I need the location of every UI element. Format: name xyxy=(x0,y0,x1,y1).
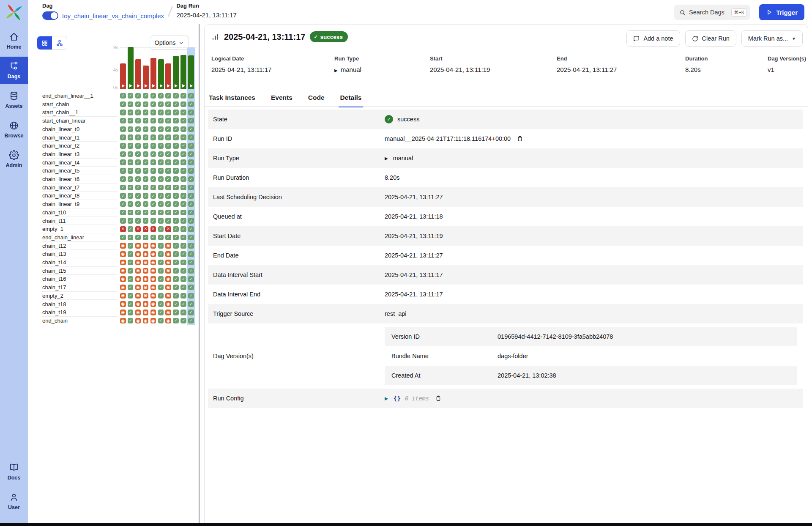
task-status-cell-success[interactable]: ✓ xyxy=(180,143,186,149)
task-status-cell-success[interactable]: ✓ xyxy=(158,159,164,165)
task-status-cell-success[interactable]: ✓ xyxy=(143,118,149,124)
task-status-cell-success[interactable]: ✓ xyxy=(128,210,134,216)
task-status-cell-success[interactable]: ✓ xyxy=(150,134,156,140)
task-status-cell-success[interactable]: ✓ xyxy=(188,118,194,124)
task-status-cell-success[interactable]: ✓ xyxy=(188,168,194,174)
task-status-cell-success[interactable]: ✓ xyxy=(173,126,179,132)
task-status-cell-success[interactable]: ✓ xyxy=(158,118,164,124)
task-status-cell-success[interactable]: ✓ xyxy=(180,193,186,199)
task-status-cell-success[interactable]: ✓ xyxy=(158,201,164,207)
task-status-cell-success[interactable]: ✓ xyxy=(158,301,164,307)
task-name[interactable]: chain_t10 xyxy=(42,209,66,216)
task-status-cell-success[interactable]: ✓ xyxy=(188,201,194,207)
sidebar-item-user[interactable]: User xyxy=(0,488,28,515)
task-status-cell-success[interactable]: ✓ xyxy=(173,101,179,107)
task-status-cell-success[interactable]: ✓ xyxy=(128,151,134,157)
task-status-cell-success[interactable]: ✓ xyxy=(143,176,149,182)
task-status-cell-success[interactable]: ✓ xyxy=(135,210,141,216)
task-status-cell-success[interactable]: ✓ xyxy=(180,159,186,165)
task-status-cell-success[interactable]: ✓ xyxy=(180,235,186,241)
task-status-cell-upstream_failed[interactable]: ◉ xyxy=(143,293,149,299)
task-status-cell-success[interactable]: ✓ xyxy=(158,285,164,290)
task-status-cell-success[interactable]: ✓ xyxy=(173,176,179,182)
task-status-cell-success[interactable]: ✓ xyxy=(173,285,179,290)
task-name[interactable]: chain_t11 xyxy=(42,218,66,224)
task-status-cell-success[interactable]: ✓ xyxy=(188,301,194,307)
task-status-cell-success[interactable]: ✓ xyxy=(173,151,179,157)
task-status-cell-success[interactable]: ✓ xyxy=(165,193,171,199)
task-status-cell-success[interactable]: ✓ xyxy=(158,310,164,315)
task-status-cell-success[interactable]: ✓ xyxy=(128,318,134,324)
task-status-cell-success[interactable]: ✓ xyxy=(173,251,179,257)
task-status-cell-upstream_failed[interactable]: ◉ xyxy=(165,276,171,282)
task-status-cell-success[interactable]: ✓ xyxy=(158,110,164,115)
task-status-cell-upstream_failed[interactable]: ◉ xyxy=(135,243,141,249)
task-status-cell-success[interactable]: ✓ xyxy=(158,185,164,191)
task-status-cell-success[interactable]: ✓ xyxy=(135,201,141,207)
task-status-cell-success[interactable]: ✓ xyxy=(120,118,126,124)
task-status-cell-upstream_failed[interactable]: ◉ xyxy=(135,293,141,299)
task-status-cell-success[interactable]: ✓ xyxy=(120,134,126,140)
task-status-cell-success[interactable]: ✓ xyxy=(188,101,194,107)
task-status-cell-success[interactable]: ✓ xyxy=(188,318,194,324)
task-status-cell-success[interactable]: ✓ xyxy=(180,176,186,182)
task-status-cell-success[interactable]: ✓ xyxy=(120,193,126,199)
task-status-cell-upstream_failed[interactable]: ◉ xyxy=(120,243,126,249)
task-status-cell-success[interactable]: ✓ xyxy=(158,226,164,232)
task-status-cell-success[interactable]: ✓ xyxy=(180,226,186,232)
task-status-cell-upstream_failed[interactable]: ◉ xyxy=(135,301,141,307)
task-status-cell-success[interactable]: ✓ xyxy=(135,168,141,174)
task-status-cell-success[interactable]: ✓ xyxy=(188,268,194,274)
task-status-cell-success[interactable]: ✓ xyxy=(128,276,134,282)
task-status-cell-success[interactable]: ✓ xyxy=(158,251,164,257)
task-name[interactable]: chain_t14 xyxy=(42,259,66,266)
task-status-cell-upstream_failed[interactable]: ◉ xyxy=(135,310,141,315)
task-status-cell-success[interactable]: ✓ xyxy=(173,276,179,282)
tab-details[interactable]: Details xyxy=(339,91,363,107)
run-duration-bar[interactable] xyxy=(173,56,179,89)
task-status-cell-upstream_failed[interactable]: ◉ xyxy=(150,285,156,290)
task-status-cell-success[interactable]: ✓ xyxy=(158,134,164,140)
task-status-cell-success[interactable]: ✓ xyxy=(135,151,141,157)
graph-view-button[interactable] xyxy=(52,36,67,49)
task-status-cell-success[interactable]: ✓ xyxy=(128,226,134,232)
task-status-cell-success[interactable]: ✓ xyxy=(150,235,156,241)
task-status-cell-upstream_failed[interactable]: ◉ xyxy=(150,260,156,266)
task-status-cell-success[interactable]: ✓ xyxy=(188,151,194,157)
task-status-cell-success[interactable]: ✓ xyxy=(158,260,164,266)
task-status-cell-success[interactable]: ✓ xyxy=(128,293,134,299)
task-status-cell-success[interactable]: ✓ xyxy=(120,235,126,241)
task-status-cell-upstream_failed[interactable]: ◉ xyxy=(150,293,156,299)
task-status-cell-upstream_failed[interactable]: ◉ xyxy=(120,251,126,257)
task-status-cell-success[interactable]: ✓ xyxy=(188,185,194,191)
task-status-cell-success[interactable]: ✓ xyxy=(128,268,134,274)
task-status-cell-success[interactable]: ✓ xyxy=(128,260,134,266)
task-status-cell-upstream_failed[interactable]: ◉ xyxy=(150,301,156,307)
task-status-cell-success[interactable]: ✓ xyxy=(180,285,186,290)
add-note-button[interactable]: Add a note xyxy=(626,30,680,47)
task-status-cell-success[interactable]: ✓ xyxy=(135,110,141,115)
task-status-cell-success[interactable]: ✓ xyxy=(150,143,156,149)
task-status-cell-success[interactable]: ✓ xyxy=(135,143,141,149)
task-status-cell-success[interactable]: ✓ xyxy=(173,318,179,324)
task-status-cell-success[interactable]: ✓ xyxy=(173,210,179,216)
task-status-cell-success[interactable]: ✓ xyxy=(188,93,194,99)
task-status-cell-success[interactable]: ✓ xyxy=(143,193,149,199)
task-status-cell-upstream_failed[interactable]: ◉ xyxy=(135,318,141,324)
task-status-cell-success[interactable]: ✓ xyxy=(180,318,186,324)
task-status-cell-success[interactable]: ✓ xyxy=(143,235,149,241)
task-status-cell-success[interactable]: ✓ xyxy=(143,143,149,149)
task-status-cell-success[interactable]: ✓ xyxy=(158,293,164,299)
task-status-cell-success[interactable]: ✓ xyxy=(180,251,186,257)
task-status-cell-success[interactable]: ✓ xyxy=(120,101,126,107)
task-status-cell-success[interactable]: ✓ xyxy=(173,143,179,149)
task-status-cell-failed[interactable]: ✕ xyxy=(150,226,156,232)
task-status-cell-success[interactable]: ✓ xyxy=(165,235,171,241)
task-status-cell-upstream_failed[interactable]: ◉ xyxy=(165,285,171,290)
airflow-logo[interactable] xyxy=(5,3,23,21)
task-status-cell-success[interactable]: ✓ xyxy=(128,176,134,182)
task-status-cell-success[interactable]: ✓ xyxy=(143,210,149,216)
task-status-cell-success[interactable]: ✓ xyxy=(150,126,156,132)
task-status-cell-success[interactable]: ✓ xyxy=(180,243,186,249)
task-status-cell-success[interactable]: ✓ xyxy=(150,93,156,99)
